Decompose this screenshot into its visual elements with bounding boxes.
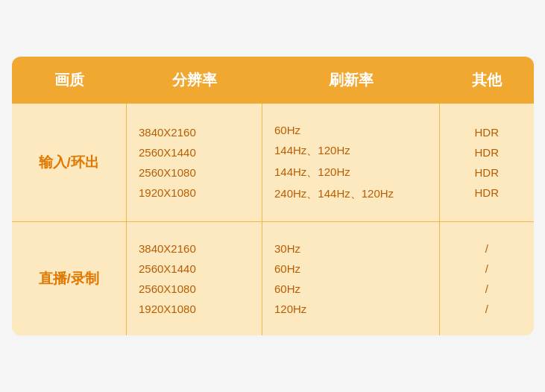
spec-table: 画质 分辨率 刷新率 其他 输入/环出3840X21602560X1440256… bbox=[12, 57, 534, 335]
other-value: / bbox=[447, 259, 526, 279]
table-row: 直播/录制3840X21602560X14402560X10801920X108… bbox=[12, 222, 534, 335]
resolution-value: 2560X1080 bbox=[134, 162, 254, 183]
other-value: / bbox=[447, 279, 526, 299]
row-label: 输入/环出 bbox=[12, 104, 127, 221]
refresh-value: 60Hz bbox=[270, 120, 432, 140]
refresh-value: 30Hz bbox=[270, 238, 432, 259]
refresh-value: 60Hz bbox=[270, 259, 432, 279]
refresh-cell: 30Hz60Hz60Hz120Hz bbox=[262, 222, 440, 335]
other-value: HDR bbox=[447, 183, 526, 203]
refresh-value: 60Hz bbox=[270, 279, 432, 299]
resolution-value: 3840X2160 bbox=[134, 238, 254, 259]
header-other: 其他 bbox=[440, 57, 534, 104]
header-row: 画质 分辨率 刷新率 其他 bbox=[12, 57, 534, 104]
header-resolution: 分辨率 bbox=[127, 57, 262, 104]
header-quality: 画质 bbox=[12, 57, 127, 104]
resolution-value: 1920X1080 bbox=[134, 183, 254, 203]
main-card: 画质 分辨率 刷新率 其他 输入/环出3840X21602560X1440256… bbox=[12, 57, 534, 335]
other-value: / bbox=[447, 299, 526, 319]
refresh-value: 144Hz、120Hz bbox=[270, 162, 432, 183]
other-value: HDR bbox=[447, 162, 526, 183]
resolution-cell: 3840X21602560X14402560X10801920X1080 bbox=[127, 104, 262, 221]
refresh-value: 240Hz、144Hz、120Hz bbox=[270, 183, 432, 205]
other-value: HDR bbox=[447, 122, 526, 142]
other-value: HDR bbox=[447, 142, 526, 162]
resolution-cell: 3840X21602560X14402560X10801920X1080 bbox=[127, 222, 262, 335]
resolution-value: 2560X1440 bbox=[134, 142, 254, 162]
resolution-value: 2560X1080 bbox=[134, 279, 254, 299]
row-label: 直播/录制 bbox=[12, 222, 127, 335]
refresh-value: 144Hz、120Hz bbox=[270, 140, 432, 162]
table-row: 输入/环出3840X21602560X14402560X10801920X108… bbox=[12, 104, 534, 221]
resolution-value: 3840X2160 bbox=[134, 122, 254, 142]
resolution-value: 2560X1440 bbox=[134, 259, 254, 279]
other-value: / bbox=[447, 238, 526, 259]
other-cell: HDRHDRHDRHDR bbox=[440, 104, 534, 221]
refresh-value: 120Hz bbox=[270, 299, 432, 319]
other-cell: //// bbox=[440, 222, 534, 335]
refresh-cell: 60Hz144Hz、120Hz144Hz、120Hz240Hz、144Hz、12… bbox=[262, 104, 440, 221]
resolution-value: 1920X1080 bbox=[134, 299, 254, 319]
header-refresh: 刷新率 bbox=[262, 57, 440, 104]
